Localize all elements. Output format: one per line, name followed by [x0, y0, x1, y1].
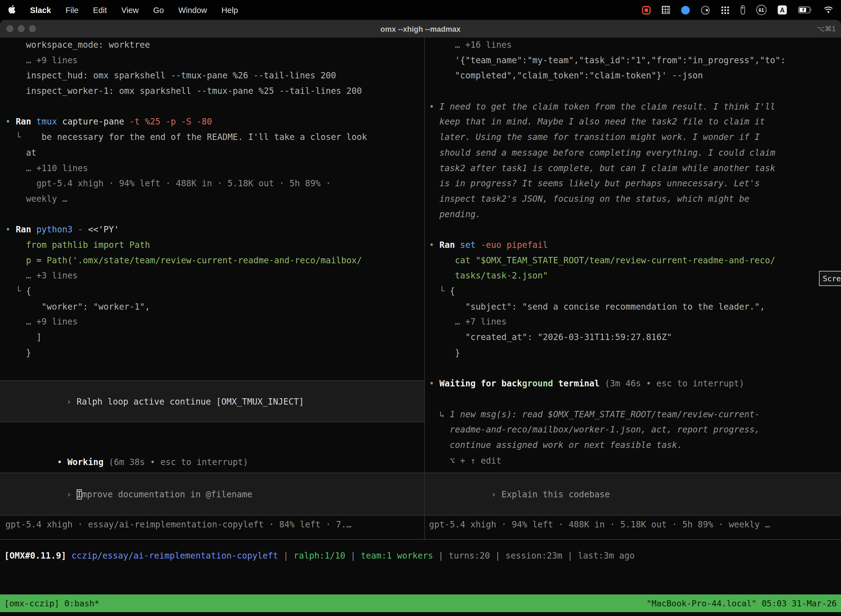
terminal-line: weekly …: [5, 192, 424, 207]
terminal-line: "created_at": "2026-03-31T11:59:27.816Z": [429, 330, 841, 346]
menu-file[interactable]: File: [66, 5, 79, 14]
working-bullet-icon: •: [57, 457, 67, 467]
composer-input-right[interactable]: › Explain this codebase: [425, 473, 841, 516]
terminal-line: task2 after task1 is complete, but can I…: [429, 161, 841, 176]
terminal-line: … +3 lines: [5, 268, 424, 284]
menu-bar-left: Slack File Edit View Go Window Help: [7, 5, 238, 15]
grid-app-icon[interactable]: [662, 6, 670, 14]
terminal-line: … +9 lines: [5, 315, 424, 330]
battery-icon[interactable]: [798, 6, 812, 13]
status-divider: [0, 539, 841, 540]
pane-right[interactable]: … +16 lines '{"team_name":"my-team","tas…: [425, 38, 841, 539]
model-status-left: gpt-5.4 xhigh · essay/ai-reimplementatio…: [5, 517, 352, 532]
terminal-line: workspace_mode: worktree: [5, 38, 424, 53]
working-detail: (6m 38s • esc to interrupt): [109, 457, 248, 467]
composer-placeholder: Explain this codebase: [501, 489, 610, 499]
terminal-line: └ {: [5, 284, 424, 299]
terminal-line: [5, 207, 424, 222]
screen-recording-stop-icon[interactable]: [642, 6, 651, 14]
screen-overlay-tooltip: Scre: [819, 271, 841, 286]
menu-go[interactable]: Go: [153, 5, 164, 14]
text-cursor: I: [77, 489, 82, 499]
window-title: omx --xhigh --madmax: [0, 24, 841, 33]
terminal-line: from pathlib import Path: [5, 238, 424, 253]
terminal-line: inspect_hud: omx sparkshell --tmux-pane …: [5, 69, 424, 84]
terminal-line: pending.: [429, 207, 841, 222]
terminal-line: "worker": "worker-1",: [5, 299, 424, 315]
terminal-line: • Ran python3 - <<'PY': [5, 222, 424, 238]
terminal-line: }: [5, 345, 424, 361]
terminal-line: cat "$OMX_TEAM_STATE_ROOT/team/review-cu…: [429, 253, 841, 268]
terminal-line: is in progress? It seems likely but perh…: [429, 176, 841, 192]
terminal-line: [OMX#0.11.9] cczip/essay/ai-reimplementa…: [4, 549, 841, 564]
terminal-line: '{"team_name":"my-team","task_id":"1","f…: [429, 53, 841, 69]
tmux-inject-banner: › Ralph loop active continue [OMX_TMUX_I…: [0, 380, 424, 422]
terminal-line: "subject": "send a concise recommendatio…: [429, 299, 841, 315]
terminal-line: … +7 lines: [429, 315, 841, 330]
dark-app-icon[interactable]: [701, 6, 710, 14]
terminal-line: inspect task2's JSON, focusing on the st…: [429, 192, 841, 207]
terminal-line: [429, 222, 841, 238]
terminal-line: p = Path('.omx/state/team/review-current…: [5, 253, 424, 268]
composer-input-left[interactable]: › Improve documentation in @filename: [0, 473, 424, 516]
pane-left[interactable]: workspace_mode: worktree … +9 lines insp…: [0, 38, 424, 539]
terminal-line: }: [429, 345, 841, 361]
terminal-line: later. Using the same for transition mig…: [429, 130, 841, 145]
terminal-line: keep that in mind. Maybe I also need the…: [429, 114, 841, 130]
working-label: Working: [67, 457, 109, 467]
terminal-line: • I need to get the claim token from the…: [429, 99, 841, 114]
terminal-line: └ {: [429, 284, 841, 299]
banner-text: Ralph loop active continue [OMX_TMUX_INJ…: [77, 396, 304, 406]
terminal-output-left: workspace_mode: worktree … +9 lines insp…: [5, 38, 424, 361]
blue-app-icon[interactable]: [681, 6, 690, 14]
tmux-session-label[interactable]: [omx-cczip] 0:bash*: [4, 598, 100, 608]
terminal-line: • Ran set -euo pipefail: [429, 238, 841, 253]
battery-percentage-icon[interactable]: 61: [756, 5, 766, 15]
apple-menu-icon[interactable]: [7, 5, 15, 15]
terminal-line: • Ran tmux capture-pane -t %25 -p -S -80: [5, 114, 424, 130]
terminal-line: [429, 361, 841, 376]
window-shortcut-hint: ⌥⌘1: [817, 25, 835, 32]
pane-divider[interactable]: [424, 38, 425, 539]
terminal-line: … +16 lines: [429, 38, 841, 53]
terminal-line: ↳ 1 new msg(s): read $OMX_TEAM_STATE_ROO…: [429, 407, 841, 422]
banner-prompt: ›: [66, 396, 76, 406]
composer-prompt-icon: ›: [491, 489, 501, 499]
menu-bar-status-items: 61 A: [642, 5, 834, 15]
terminal-content: workspace_mode: worktree … +9 lines insp…: [0, 38, 841, 616]
app-menu-slack[interactable]: Slack: [30, 5, 51, 14]
terminal-line: continue assigned work or next feasible …: [429, 438, 841, 453]
terminal-line: [429, 392, 841, 407]
composer-prompt-icon: ›: [66, 489, 76, 499]
terminal-line: tasks/task-2.json": [429, 268, 841, 284]
dots-grid-icon[interactable]: [721, 6, 730, 14]
window-titlebar[interactable]: omx --xhigh --madmax ⌥⌘1: [0, 20, 841, 38]
terminal-line: ⌥ + ↑ edit: [429, 453, 841, 469]
terminal-line: readme-and-reco/mailbox/worker-1.json, a…: [429, 422, 841, 438]
terminal-line: at: [5, 145, 424, 161]
terminal-line: "completed","claim_token":"claim-token"}…: [429, 69, 841, 84]
terminal-line: [429, 84, 841, 99]
tmux-host-clock: "MacBook-Pro-44.local" 05:03 31-Mar-26: [646, 598, 837, 608]
wifi-icon[interactable]: [823, 6, 834, 13]
menu-view[interactable]: View: [122, 5, 139, 14]
menu-edit[interactable]: Edit: [93, 5, 107, 14]
terminal-output-right: … +16 lines '{"team_name":"my-team","tas…: [429, 38, 841, 468]
terminal-line: [5, 99, 424, 114]
input-source-icon[interactable]: A: [778, 5, 787, 14]
terminal-line: ]: [5, 330, 424, 346]
terminal-line: … +110 lines: [5, 161, 424, 176]
tmux-status-bar: [omx-cczip] 0:bash* "MacBook-Pro-44.loca…: [0, 594, 841, 612]
omx-session-status: [OMX#0.11.9] cczip/essay/ai-reimplementa…: [4, 549, 841, 564]
model-status-right: gpt-5.4 xhigh · 94% left · 488K in · 5.1…: [429, 517, 770, 532]
desktop: Slack File Edit View Go Window Help 61 A: [0, 0, 841, 616]
menu-window[interactable]: Window: [178, 5, 207, 14]
terminal-line: should send a message before completing …: [429, 145, 841, 161]
terminal-line: └ be necessary for the end of the README…: [5, 130, 424, 145]
terminal-line: … +9 lines: [5, 53, 424, 69]
terminal-window: omx --xhigh --madmax ⌥⌘1 workspace_mode:…: [0, 20, 841, 616]
working-indicator: • Working (6m 38s • esc to interrupt): [5, 439, 248, 455]
composer-placeholder: mprove documentation in @filename: [82, 489, 252, 499]
key-icon[interactable]: [741, 5, 745, 14]
menu-help[interactable]: Help: [221, 5, 238, 14]
